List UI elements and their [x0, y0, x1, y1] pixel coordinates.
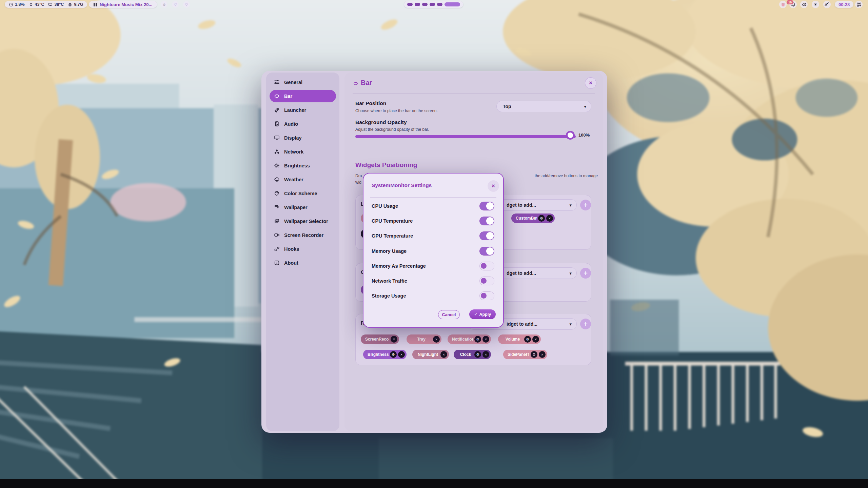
widget-settings-button[interactable]: ⚙ [524, 336, 531, 343]
pause-icon[interactable] [94, 3, 97, 6]
widget-remove-button[interactable]: × [532, 336, 539, 343]
widget-remove-button[interactable]: × [546, 215, 553, 222]
dashboard-button[interactable] [855, 1, 863, 8]
sidebar-item-bar[interactable]: Bar [266, 89, 339, 103]
media-player-widget[interactable]: Nightcore Music Mix 20... [89, 1, 157, 8]
volume-button[interactable] [800, 1, 808, 8]
images-icon [274, 218, 280, 224]
sidebar-item-color-scheme[interactable]: Color Scheme [266, 186, 339, 200]
emoji-button[interactable]: ☺ [161, 1, 167, 8]
apply-button-label: Apply [479, 312, 491, 317]
system-monitor-widget[interactable]: 1.8% 43°C 38°C 9.7G [5, 1, 87, 8]
workspace-dot[interactable] [422, 3, 428, 6]
widget-chip-screenrecorder[interactable]: ScreenReco... × [361, 334, 399, 344]
sidebar-item-label: Wallpaper [284, 205, 308, 210]
workspace-dot[interactable] [437, 3, 442, 6]
memory-value: 9.7G [74, 2, 83, 7]
widget-remove-button[interactable]: × [539, 351, 546, 358]
opacity-slider-handle[interactable] [566, 131, 575, 140]
night-light-button[interactable]: ☾ [823, 1, 831, 8]
sidebar-item-audio[interactable]: Audio [266, 117, 339, 131]
sidebar-item-weather[interactable]: Weather [266, 172, 339, 186]
sidebar-item-label: Bar [284, 94, 292, 99]
sidebar-item-network[interactable]: Network [266, 145, 339, 159]
close-dialog-button[interactable]: × [488, 180, 499, 192]
sidebar-item-about[interactable]: About [266, 256, 339, 270]
widget-settings-button[interactable]: ⚙ [390, 351, 397, 358]
widget-remove-button[interactable]: × [398, 351, 405, 358]
widget-remove-button[interactable]: × [482, 351, 489, 358]
workspace-dot[interactable] [415, 3, 420, 6]
close-icon: × [549, 216, 551, 220]
widget-settings-button[interactable]: ⚙ [538, 215, 545, 222]
toggle-network-traffic[interactable] [479, 277, 494, 285]
widget-settings-button[interactable]: ⚙ [531, 351, 537, 358]
widget-settings-button[interactable]: ⚙ [474, 336, 481, 343]
toggle-storage-usage[interactable] [479, 291, 494, 300]
sidebar-item-screen-recorder[interactable]: Screen Recorder [266, 228, 339, 242]
sidebar-item-label: Display [284, 135, 302, 141]
add-widget-button[interactable]: + [580, 200, 591, 210]
brightness-button[interactable]: ☀ [812, 1, 819, 8]
sidebar-item-launcher[interactable]: Launcher [266, 103, 339, 117]
sidebar-item-wallpaper[interactable]: Wallpaper [266, 200, 339, 214]
widget-chip-custombutton[interactable]: CustomButt... ⚙ × [511, 214, 555, 223]
sidebar-item-label: Weather [284, 177, 303, 182]
widget-chip-notification[interactable]: Notification... ⚙ × [448, 334, 491, 344]
close-window-button[interactable]: × [585, 77, 596, 89]
favorite-button[interactable]: ♡ [172, 1, 179, 8]
widget-chip-volume[interactable]: Volume ⚙ × [498, 334, 541, 344]
toggle-cpu-usage[interactable] [479, 202, 494, 210]
chevron-down-icon: ▾ [569, 271, 576, 276]
sidebar-item-display[interactable]: Display [266, 131, 339, 145]
sidebar-item-label: About [284, 260, 298, 266]
toggle-label: Memory As Percentage [372, 263, 426, 269]
widget-chip-clock[interactable]: Clock ⚙ × [454, 350, 491, 359]
widget-remove-button[interactable]: × [440, 351, 447, 358]
gauge-icon [9, 2, 13, 7]
toggle-cpu-temperature[interactable] [479, 217, 494, 225]
widget-chip-label: Brightness [368, 352, 389, 357]
sidebar-item-label: Audio [284, 121, 298, 127]
page-title: Bar [361, 79, 372, 87]
gpu-temp-value: 38°C [54, 2, 64, 7]
widgets-description: wid [355, 180, 361, 185]
toggle-gpu-temperature[interactable] [479, 231, 494, 240]
sidebar-item-brightness[interactable]: Brightness [266, 159, 339, 172]
add-widget-button[interactable]: + [580, 319, 591, 329]
close-icon: × [443, 352, 445, 357]
chip-icon [68, 2, 72, 7]
cancel-button[interactable]: Cancel [438, 310, 460, 319]
workspace-dot[interactable] [407, 3, 413, 6]
clock-value: 00:28 [839, 2, 850, 7]
workspace-dot[interactable] [430, 3, 435, 6]
add-widget-button[interactable]: + [580, 268, 591, 279]
widget-settings-button[interactable]: ⚙ [474, 351, 481, 358]
widget-chip-tray[interactable]: Tray × [407, 334, 441, 344]
sidebar-item-general[interactable]: General [266, 75, 339, 89]
opacity-slider[interactable] [355, 135, 576, 138]
clock-widget[interactable]: 00:28 [835, 1, 853, 8]
sidebar-item-label: Color Scheme [284, 191, 317, 196]
gear-icon: ⚙ [392, 352, 395, 357]
widget-remove-button[interactable]: × [482, 336, 489, 343]
toggle-memory-usage[interactable] [479, 247, 494, 256]
widget-chip-brightness[interactable]: Brightness ⚙ × [363, 350, 407, 359]
workspace-active[interactable] [445, 2, 460, 6]
close-icon: × [400, 352, 402, 357]
widget-chip-label: Notification... [452, 337, 473, 342]
bar-pill-icon [274, 93, 280, 99]
sidebar-item-wallpaper-selector[interactable]: Wallpaper Selector [266, 214, 339, 228]
toggle-memory-as-percentage[interactable] [479, 262, 494, 270]
sidebar-item-hooks[interactable]: Hooks [266, 242, 339, 256]
apply-button[interactable]: ✓Apply [469, 309, 496, 319]
bar-position-label: Bar Position [355, 100, 386, 106]
favorite-button-2[interactable]: ♡ [183, 1, 190, 8]
widget-chip-nightlight[interactable]: NightLight × [412, 350, 449, 359]
bar-position-dropdown[interactable]: Top ▾ [496, 101, 591, 112]
tray-app-button[interactable] [779, 1, 787, 8]
widget-chip-label: Volume [502, 337, 523, 342]
widget-remove-button[interactable]: × [391, 336, 397, 343]
widget-remove-button[interactable]: × [433, 336, 440, 343]
widget-chip-sidepaneltoggle[interactable]: SidePanelT... ⚙ × [503, 350, 547, 359]
